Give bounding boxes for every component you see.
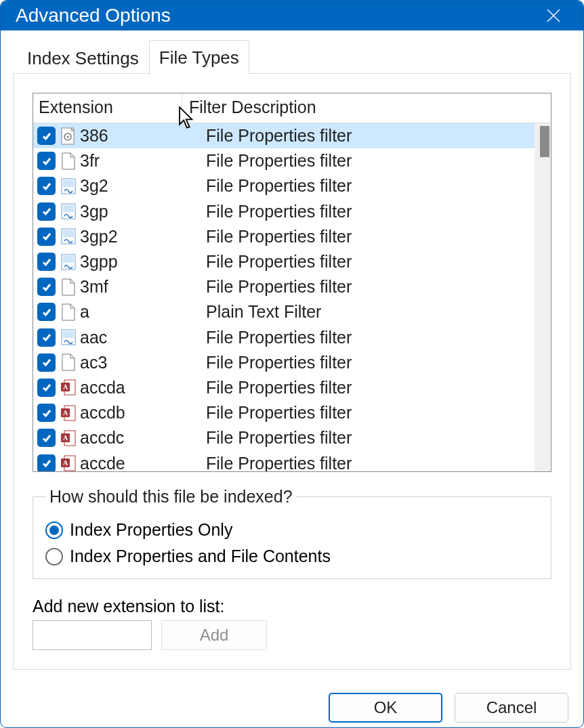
table-row[interactable]: AaccdeFile Properties filter xyxy=(33,450,551,471)
window-title: Advanced Options xyxy=(16,5,171,26)
add-extension-row: Add xyxy=(33,620,551,650)
extension-cell: ac3 xyxy=(80,353,199,372)
row-checkbox[interactable] xyxy=(37,253,56,271)
extension-cell: 3g2 xyxy=(80,176,199,196)
table-row[interactable]: AaccdbFile Properties filter xyxy=(33,400,551,425)
filter-cell: File Properties filter xyxy=(199,428,551,448)
radio-label: Index Properties and File Contents xyxy=(70,547,331,566)
extension-cell: 386 xyxy=(80,126,199,146)
blank-file-icon xyxy=(60,151,77,171)
access-file-icon: A xyxy=(60,403,77,423)
filter-cell: File Properties filter xyxy=(199,328,551,347)
table-row[interactable]: 3gp2File Properties filter xyxy=(33,224,551,249)
dialog-window: Advanced Options Index Settings File Typ… xyxy=(0,0,584,728)
cancel-button[interactable]: Cancel xyxy=(455,693,568,723)
extension-cell: 3gp xyxy=(80,202,199,221)
filter-cell: File Properties filter xyxy=(199,454,551,471)
extension-cell: accdc xyxy=(80,428,199,448)
blank-file-icon xyxy=(60,352,77,372)
filter-cell: File Properties filter xyxy=(199,403,551,423)
tab-index-settings[interactable]: Index Settings xyxy=(17,41,149,74)
row-checkbox[interactable] xyxy=(37,228,56,246)
table-row[interactable]: 386File Properties filter xyxy=(33,123,551,148)
row-checkbox[interactable] xyxy=(37,454,56,471)
media-file-icon xyxy=(60,327,77,347)
svg-rect-14 xyxy=(63,331,74,338)
extension-cell: 3gp2 xyxy=(80,227,199,247)
list-body: 386File Properties filter3frFile Propert… xyxy=(33,123,551,471)
table-row[interactable]: ac3File Properties filter xyxy=(33,350,551,375)
access-file-icon: A xyxy=(60,377,77,398)
radio-index-properties-and-contents[interactable]: Index Properties and File Contents xyxy=(45,547,539,566)
media-file-icon xyxy=(60,226,77,247)
table-row[interactable]: 3frFile Properties filter xyxy=(33,148,551,173)
row-checkbox[interactable] xyxy=(37,278,56,296)
filter-cell: File Properties filter xyxy=(199,227,551,247)
add-extension-label: Add new extension to list: xyxy=(33,597,551,616)
extension-cell: aac xyxy=(80,328,199,347)
close-button[interactable] xyxy=(539,1,568,30)
close-icon xyxy=(545,7,562,24)
media-file-icon xyxy=(60,176,77,196)
radio-icon xyxy=(45,521,63,539)
row-checkbox[interactable] xyxy=(37,404,56,422)
svg-text:A: A xyxy=(63,459,68,467)
scrollbar-track[interactable] xyxy=(535,123,551,471)
column-header-filter[interactable]: Filter Description xyxy=(182,93,551,123)
svg-rect-6 xyxy=(63,180,74,187)
table-row[interactable]: AaccdaFile Properties filter xyxy=(33,375,551,400)
add-extension-input[interactable] xyxy=(33,620,152,650)
row-checkbox[interactable] xyxy=(37,354,56,372)
table-row[interactable]: 3g2File Properties filter xyxy=(33,173,551,198)
list-header: Extension Filter Description xyxy=(33,93,551,123)
svg-rect-8 xyxy=(63,205,74,212)
indexing-options-group: How should this file be indexed? Index P… xyxy=(33,487,551,579)
filter-cell: File Properties filter xyxy=(199,126,551,146)
svg-rect-10 xyxy=(63,230,74,237)
blank-file-icon xyxy=(60,277,77,297)
tab-file-types[interactable]: File Types xyxy=(149,40,249,74)
blank-file-icon xyxy=(60,302,77,322)
extension-cell: 3fr xyxy=(80,151,199,171)
extension-cell: accdb xyxy=(80,403,199,423)
extension-cell: accde xyxy=(80,454,199,471)
extension-cell: accda xyxy=(80,378,199,398)
row-checkbox[interactable] xyxy=(37,429,56,447)
svg-rect-12 xyxy=(63,256,74,263)
row-checkbox[interactable] xyxy=(37,177,56,195)
tab-panel-file-types: Extension Filter Description 386File Pro… xyxy=(13,73,571,670)
media-file-icon xyxy=(60,201,77,221)
row-checkbox[interactable] xyxy=(37,152,56,170)
filter-cell: File Properties filter xyxy=(199,277,551,297)
table-row[interactable]: aacFile Properties filter xyxy=(33,325,551,350)
add-button[interactable]: Add xyxy=(161,620,267,650)
extension-cell: 3gpp xyxy=(80,252,199,272)
filter-cell: File Properties filter xyxy=(199,252,551,272)
svg-point-4 xyxy=(67,135,69,137)
titlebar: Advanced Options xyxy=(1,1,583,30)
table-row[interactable]: 3mfFile Properties filter xyxy=(33,274,551,299)
filter-cell: File Properties filter xyxy=(199,202,551,221)
row-checkbox[interactable] xyxy=(37,379,56,397)
file-types-list: Extension Filter Description 386File Pro… xyxy=(33,93,551,472)
filter-cell: File Properties filter xyxy=(199,353,551,372)
svg-text:A: A xyxy=(63,409,68,416)
table-row[interactable]: aPlain Text Filter xyxy=(33,299,551,324)
row-checkbox[interactable] xyxy=(37,328,56,347)
filter-cell: File Properties filter xyxy=(199,176,551,196)
table-row[interactable]: 3gppFile Properties filter xyxy=(33,249,551,274)
indexing-legend: How should this file be indexed? xyxy=(45,487,297,507)
row-checkbox[interactable] xyxy=(37,202,56,221)
row-checkbox[interactable] xyxy=(37,303,56,321)
row-checkbox[interactable] xyxy=(37,127,56,145)
scrollbar-thumb[interactable] xyxy=(540,126,549,157)
filter-cell: Plain Text Filter xyxy=(199,302,551,322)
svg-text:A: A xyxy=(63,434,68,442)
content-area: Index Settings File Types Extension Filt… xyxy=(1,30,583,682)
extension-cell: 3mf xyxy=(80,277,199,297)
column-header-extension[interactable]: Extension xyxy=(33,93,182,123)
ok-button[interactable]: OK xyxy=(329,693,442,723)
radio-index-properties-only[interactable]: Index Properties Only xyxy=(45,520,539,540)
table-row[interactable]: 3gpFile Properties filter xyxy=(33,199,551,224)
table-row[interactable]: AaccdcFile Properties filter xyxy=(33,425,551,450)
